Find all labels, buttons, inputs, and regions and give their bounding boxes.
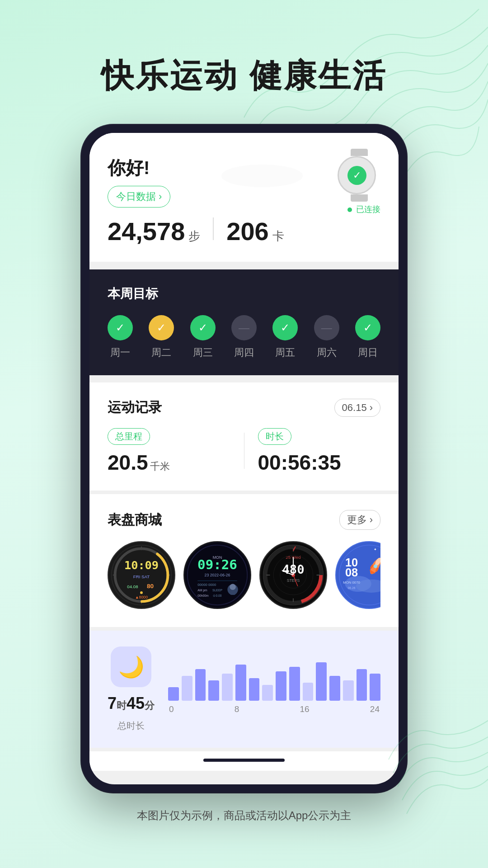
sleep-info: 🌙 7时45分 总时长 xyxy=(108,646,155,732)
sleep-bar-4 xyxy=(222,674,233,701)
sleep-bar-0 xyxy=(168,687,179,701)
page-headline: 快乐运动 健康生活 xyxy=(0,0,488,125)
sleep-bar-13 xyxy=(343,680,354,701)
connected-dot xyxy=(347,208,352,212)
day-item-friday: ✓ 周五 xyxy=(272,315,298,359)
watch-strap-top xyxy=(351,149,368,156)
day-circle-saturday: — xyxy=(314,315,339,340)
store-title: 表盘商城 xyxy=(108,511,162,529)
exercise-stats-row: 总里程 20.5 千米 时长 00:56:35 xyxy=(108,428,380,475)
today-btn-arrow: › xyxy=(159,191,162,203)
today-btn-label: 今日数据 xyxy=(116,190,156,203)
exercise-section-header: 运动记录 06.15 › xyxy=(108,398,380,417)
sleep-axis-0: 0 xyxy=(169,704,174,714)
day-label-monday: 周一 xyxy=(110,346,130,359)
exercise-date-badge[interactable]: 06.15 › xyxy=(334,399,380,417)
day-item-wednesday: ✓ 周三 xyxy=(190,315,216,359)
weekly-title: 本周目标 xyxy=(108,285,380,302)
sleep-bar-5 xyxy=(235,665,246,701)
distance-label: 总里程 xyxy=(108,428,150,445)
day-label-wednesday: 周三 xyxy=(193,346,213,359)
sleep-total-label: 总时长 xyxy=(117,720,145,732)
calories-stat: 206 卡 xyxy=(226,217,284,246)
watch-face-3[interactable]: 25 Wed 480 STEPS xyxy=(259,541,327,609)
more-label: 更多 xyxy=(347,513,367,527)
svg-text:⊙0.00: ⊙0.00 xyxy=(213,594,221,597)
watch-store-section: 表盘商城 更多 › xyxy=(89,494,399,627)
watch-face-1[interactable]: 10:09 FRI SAT 04.08 80 ▲8000 xyxy=(108,541,175,609)
svg-text:04.08: 04.08 xyxy=(127,584,138,589)
sleep-bar-9 xyxy=(289,667,300,701)
home-bar xyxy=(203,759,285,762)
sleep-bar-8 xyxy=(276,671,286,701)
exercise-date-arrow: › xyxy=(370,402,373,414)
duration-value: 00:56:35 xyxy=(258,451,341,474)
day-label-sunday: 周日 xyxy=(358,346,378,359)
day-circle-monday: ✓ xyxy=(108,315,133,340)
svg-text:·: · xyxy=(378,565,378,567)
phone-frame: 你好! 今日数据 › ✓ 已连接 xyxy=(81,125,407,793)
home-indicator xyxy=(89,751,399,771)
sleep-icon-container: 🌙 xyxy=(111,646,151,687)
svg-text:▲8000: ▲8000 xyxy=(135,595,148,599)
watch-face-2[interactable]: MON 09:26 23 2022-06-26 00000 0000 AM pm… xyxy=(183,541,251,609)
svg-text:00h00m: 00h00m xyxy=(197,594,209,597)
steps-value: 24,578 xyxy=(108,217,185,246)
more-arrow: › xyxy=(370,514,373,526)
svg-text:SLEEP: SLEEP xyxy=(212,589,222,592)
svg-point-27 xyxy=(230,584,236,590)
sleep-axis-8: 8 xyxy=(235,704,239,714)
sleep-bar-6 xyxy=(249,678,260,701)
today-data-button[interactable]: 今日数据 › xyxy=(108,186,170,208)
duration-stat: 时长 00:56:35 xyxy=(258,428,381,475)
svg-text:AM  pm: AM pm xyxy=(197,589,207,592)
day-item-saturday: — 周六 xyxy=(314,315,339,359)
sleep-icon: 🌙 xyxy=(118,655,144,679)
exercise-date: 06.15 xyxy=(342,402,367,414)
exercise-stat-divider xyxy=(244,433,244,469)
watch-faces-row: 10:09 FRI SAT 04.08 80 ▲8000 xyxy=(108,541,380,609)
sleep-bar-7 xyxy=(262,685,273,701)
sleep-duration-text: 7时45分 xyxy=(108,694,155,713)
day-label-saturday: 周六 xyxy=(317,346,337,359)
watch-face-4[interactable]: 10 08 MON 0070 06.26 ✦ ✦ · xyxy=(335,541,380,609)
phone-screen: 你好! 今日数据 › ✓ 已连接 xyxy=(89,133,399,784)
footer-text: 本图片仅为示例，商品或活动以App公示为主 xyxy=(0,793,488,845)
day-label-tuesday: 周二 xyxy=(151,346,171,359)
exercise-section: 运动记录 06.15 › 总里程 20.5 千米 xyxy=(89,382,399,491)
day-item-tuesday: ✓ 周二 xyxy=(149,315,174,359)
store-more-button[interactable]: 更多 › xyxy=(339,510,380,530)
day-circle-thursday: — xyxy=(231,315,257,340)
svg-point-47 xyxy=(337,543,380,607)
exercise-title: 运动记录 xyxy=(108,398,162,417)
day-label-thursday: 周四 xyxy=(234,346,254,359)
watch-strap-bottom xyxy=(351,194,368,202)
sleep-bar-15 xyxy=(370,674,380,701)
svg-text:08: 08 xyxy=(345,566,358,579)
steps-unit: 步 xyxy=(188,228,200,244)
sleep-bar-10 xyxy=(303,683,314,701)
distance-value: 20.5 xyxy=(108,451,148,474)
day-circle-wednesday: ✓ xyxy=(190,315,216,340)
connected-label: 已连接 xyxy=(356,205,380,214)
sleep-bar-12 xyxy=(329,676,340,701)
svg-text:STEPS: STEPS xyxy=(287,578,300,583)
svg-text:FRI SAT: FRI SAT xyxy=(133,574,150,579)
distance-unit: 千米 xyxy=(150,461,170,472)
days-row: ✓ 周一 ✓ 周二 ✓ 周三 — xyxy=(108,315,380,359)
day-circle-tuesday: ✓ xyxy=(149,315,174,340)
calories-unit: 卡 xyxy=(272,228,284,244)
stats-row: 24,578 步 206 卡 xyxy=(108,217,380,246)
weekly-goals-section: 本周目标 ✓ 周一 ✓ 周二 ✓ 周三 xyxy=(89,269,399,375)
header-section: 你好! 今日数据 › ✓ 已连接 xyxy=(89,133,399,262)
svg-text:00000  0000: 00000 0000 xyxy=(197,583,216,587)
day-item-sunday: ✓ 周日 xyxy=(355,315,380,359)
watch-status-icon[interactable]: ✓ 已连接 xyxy=(338,149,380,201)
svg-text:06.26: 06.26 xyxy=(348,586,356,590)
stats-divider xyxy=(213,217,214,240)
sleep-bar-11 xyxy=(316,662,327,701)
store-section-header: 表盘商城 更多 › xyxy=(108,510,380,530)
svg-text:✦: ✦ xyxy=(374,547,377,552)
day-item-thursday: — 周四 xyxy=(231,315,257,359)
day-circle-sunday: ✓ xyxy=(355,315,380,340)
